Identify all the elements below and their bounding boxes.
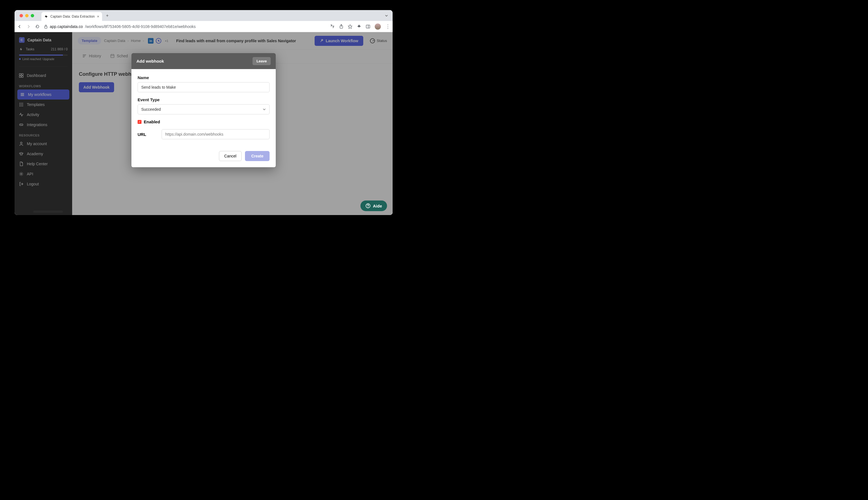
extensions-icon[interactable] [357, 24, 361, 29]
help-icon [365, 203, 370, 208]
modal-footer: Cancel Create [132, 148, 276, 167]
enabled-row[interactable]: ✓ Enabled [138, 120, 270, 124]
address-bar[interactable]: app.captaindata.co/workflows/8f753406-58… [44, 24, 326, 29]
leave-button[interactable]: Leave [252, 57, 271, 65]
window-zoom-icon[interactable] [31, 14, 34, 17]
help-label: Aide [373, 204, 382, 208]
svg-rect-0 [45, 26, 47, 28]
more-menu-icon[interactable]: ⋮ [385, 23, 390, 30]
select-value: Succeeded [141, 107, 161, 112]
back-button[interactable] [17, 24, 22, 29]
browser-tab[interactable]: Captain Data: Data Extraction × [42, 12, 102, 21]
window-minimize-icon[interactable] [25, 14, 28, 17]
svg-rect-2 [366, 25, 370, 28]
forward-button [26, 24, 31, 29]
bookmark-icon[interactable] [348, 24, 352, 29]
checkbox-icon[interactable]: ✓ [138, 120, 141, 124]
tab-close-icon[interactable]: × [97, 14, 99, 19]
cancel-button[interactable]: Cancel [219, 151, 242, 161]
app-root: C Captain Data Tasks 211 869 / 0 Limit r… [14, 32, 392, 215]
profile-avatar[interactable] [375, 23, 381, 30]
url-label: URL [138, 132, 152, 137]
tab-strip: Captain Data: Data Extraction × + [14, 10, 392, 21]
event-type-select[interactable]: Succeeded [138, 104, 270, 114]
panel-icon[interactable] [366, 24, 370, 29]
browser-window: Captain Data: Data Extraction × + app.ca… [14, 10, 392, 215]
modal-body: Name Event Type Succeeded ✓ Enabled [132, 69, 276, 148]
name-input[interactable] [138, 82, 270, 92]
new-tab-button[interactable]: + [106, 13, 108, 18]
tab-title: Captain Data: Data Extraction [50, 14, 95, 19]
tab-overflow-icon[interactable] [385, 14, 388, 17]
url-host: app.captaindata.co [50, 24, 83, 29]
name-label: Name [138, 75, 270, 80]
tab-favicon-icon [44, 14, 48, 19]
modal-overlay[interactable]: Add webhook Leave Name Event Type Succee… [14, 32, 392, 215]
event-label: Event Type [138, 97, 270, 102]
horizontal-scrollbar[interactable] [33, 211, 63, 213]
chevron-down-icon [263, 108, 266, 111]
traffic-lights [17, 14, 37, 17]
reload-button[interactable] [35, 24, 40, 29]
add-webhook-modal: Add webhook Leave Name Event Type Succee… [132, 53, 276, 167]
window-close-icon[interactable] [20, 14, 23, 17]
lock-icon [44, 25, 47, 29]
field-url: URL [138, 129, 270, 139]
enabled-label: Enabled [144, 120, 160, 124]
field-event-type: Event Type Succeeded [138, 97, 270, 114]
url-path: /workflows/8f753406-5805-4cfd-9108-9d894… [85, 24, 195, 29]
address-bar-row: app.captaindata.co/workflows/8f753406-58… [14, 21, 392, 32]
create-button[interactable]: Create [245, 151, 270, 161]
modal-header: Add webhook Leave [132, 53, 276, 69]
modal-title: Add webhook [136, 59, 164, 64]
field-name: Name [138, 75, 270, 92]
share-icon[interactable] [339, 24, 343, 29]
help-fab[interactable]: Aide [361, 201, 387, 211]
translate-icon[interactable] [330, 24, 335, 29]
url-input[interactable] [162, 129, 270, 139]
toolbar-icons: ⋮ [330, 23, 390, 30]
